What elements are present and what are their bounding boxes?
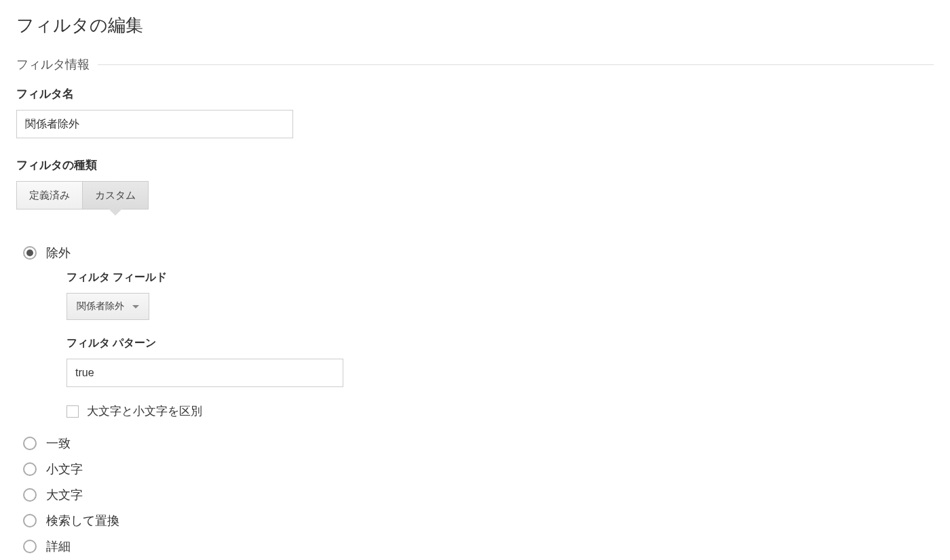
- filter-name-input[interactable]: [16, 110, 293, 138]
- radio-advanced-row: 詳細: [23, 538, 934, 555]
- filter-pattern-group: フィルタ パターン: [66, 336, 934, 387]
- filter-field-dropdown-value: 関係者除外: [77, 300, 124, 313]
- radio-uppercase-label: 大文字: [46, 487, 83, 503]
- custom-filter-radios: 除外 フィルタ フィールド 関係者除外 フィルタ パターン 大文字と小文字を区別…: [23, 245, 934, 555]
- radio-exclude-row: 除外: [23, 245, 934, 261]
- filter-type-label: フィルタの種類: [16, 157, 934, 173]
- radio-search-replace[interactable]: [23, 514, 37, 527]
- radio-lowercase-row: 小文字: [23, 461, 934, 477]
- filter-field-dropdown[interactable]: 関係者除外: [66, 293, 149, 320]
- filter-type-custom-button[interactable]: カスタム: [83, 181, 149, 209]
- section-divider: [98, 64, 934, 65]
- section-header: フィルタ情報: [16, 56, 934, 73]
- radio-advanced[interactable]: [23, 540, 37, 553]
- radio-include[interactable]: [23, 437, 37, 450]
- radio-search-replace-label: 検索して置換: [46, 513, 119, 529]
- page-title: フィルタの編集: [16, 14, 934, 37]
- section-header-text: フィルタ情報: [16, 56, 90, 73]
- radio-lowercase[interactable]: [23, 462, 37, 476]
- case-sensitive-label: 大文字と小文字を区別: [87, 403, 202, 419]
- radio-include-label: 一致: [46, 435, 71, 452]
- case-sensitive-row: 大文字と小文字を区別: [66, 403, 934, 419]
- filter-name-label: フィルタ名: [16, 86, 934, 102]
- filter-pattern-label: フィルタ パターン: [66, 336, 934, 351]
- filter-type-group: フィルタの種類 定義済み カスタム: [16, 157, 934, 226]
- filter-pattern-input[interactable]: [66, 359, 343, 387]
- radio-exclude[interactable]: [23, 246, 37, 260]
- filter-field-group: フィルタ フィールド 関係者除外: [66, 271, 934, 320]
- radio-uppercase[interactable]: [23, 488, 37, 502]
- filter-type-toggle: 定義済み カスタム: [16, 181, 149, 209]
- radio-exclude-label: 除外: [46, 245, 71, 261]
- exclude-subfields: フィルタ フィールド 関係者除外 フィルタ パターン 大文字と小文字を区別: [66, 271, 934, 419]
- radio-search-replace-row: 検索して置換: [23, 513, 934, 529]
- radio-include-row: 一致: [23, 435, 934, 452]
- filter-type-predefined-button[interactable]: 定義済み: [16, 181, 83, 209]
- filter-name-group: フィルタ名: [16, 86, 934, 138]
- filter-field-label: フィルタ フィールド: [66, 271, 934, 285]
- radio-advanced-label: 詳細: [46, 538, 71, 555]
- case-sensitive-checkbox[interactable]: [66, 405, 79, 418]
- radio-lowercase-label: 小文字: [46, 461, 83, 477]
- chevron-down-icon: [132, 305, 139, 308]
- radio-uppercase-row: 大文字: [23, 487, 934, 503]
